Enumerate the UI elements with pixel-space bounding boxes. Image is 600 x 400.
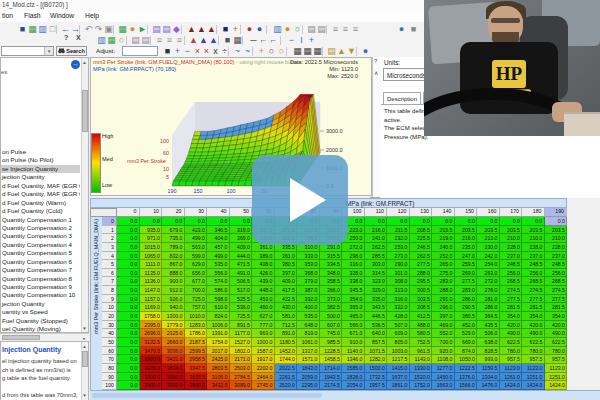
table-cell[interactable]: 1802.0 <box>230 347 253 356</box>
table-cell[interactable]: 0.0 <box>230 217 253 226</box>
table-cell[interactable]: 0.0 <box>207 217 230 226</box>
row-header[interactable]: 60 <box>102 347 117 356</box>
table-cell[interactable]: 298.0 <box>342 252 365 261</box>
table-cell[interactable]: 379.0 <box>297 277 320 286</box>
table-cell[interactable]: 277.5 <box>545 295 568 304</box>
table-cell[interactable]: 556.0 <box>207 269 230 278</box>
table-cell[interactable]: 408.0 <box>252 260 275 269</box>
table-cell[interactable]: 382.5 <box>320 303 343 312</box>
table-cell[interactable]: 669.0 <box>455 338 478 347</box>
table-cell[interactable]: 580.5 <box>410 329 433 338</box>
table-cell[interactable]: 935.0 <box>140 226 163 235</box>
table-cell[interactable]: 457.0 <box>207 243 230 252</box>
table-cell[interactable]: 926.0 <box>162 295 185 304</box>
chevron-down-icon[interactable]: ▾ <box>44 47 53 55</box>
table-cell[interactable]: 460.0 <box>252 303 275 312</box>
table-cell[interactable]: 622.5 <box>500 338 523 347</box>
sidebar-tree-item[interactable]: d Fuel Quantity (Cold) <box>1 207 80 215</box>
table-cell[interactable]: 1732.5 <box>365 373 388 382</box>
table-cell[interactable]: 420.0 <box>500 321 523 330</box>
table-cell[interactable]: 0.0 <box>455 217 478 226</box>
table-cell[interactable]: 1071.5 <box>365 347 388 356</box>
sidebar-tree-item[interactable]: uantity vs Speed <box>1 308 80 316</box>
table-cell[interactable]: 274.5 <box>500 286 523 295</box>
table-cell[interactable]: 0.0 <box>500 217 523 226</box>
table-cell[interactable]: 225.5 <box>410 234 433 243</box>
table-cell[interactable]: 422.5 <box>275 295 298 304</box>
table-cell[interactable]: 412.5 <box>410 312 433 321</box>
table-cell[interactable]: 1861.0 <box>387 381 410 390</box>
search-button[interactable]: Search <box>56 46 87 56</box>
table-cell[interactable]: 920.0 <box>432 347 455 356</box>
table-cell[interactable]: 963.0 <box>252 329 275 338</box>
table-cell[interactable]: 1010.0 <box>185 312 208 321</box>
table-cell[interactable]: 409.0 <box>230 243 253 252</box>
table-cell[interactable]: 780.0 <box>545 347 568 356</box>
table-cell[interactable]: 274.5 <box>545 286 568 295</box>
table-cell[interactable]: 3089.0 <box>230 381 253 390</box>
table-cell[interactable]: 3834.0 <box>162 364 185 373</box>
table-cell[interactable]: 409.0 <box>275 277 298 286</box>
pane-collapse-button[interactable]: ∧ <box>374 69 378 76</box>
table-cell[interactable]: 281.5 <box>522 303 545 312</box>
table-cell[interactable]: 1957.5 <box>365 381 388 390</box>
table-cell[interactable]: 1065.0 <box>140 252 163 261</box>
toolbar-icon[interactable]: + <box>306 35 317 46</box>
table-cell[interactable]: 0.0 <box>117 277 140 286</box>
table-cell[interactable]: 490.0 <box>500 329 523 338</box>
toolbar-icon[interactable]: ⌐ <box>268 35 279 46</box>
table-cell[interactable]: 1585.0 <box>342 364 365 373</box>
table-cell[interactable]: 417.5 <box>275 286 298 295</box>
table-cell[interactable]: 274.5 <box>522 286 545 295</box>
table-cell[interactable]: 290.0 <box>387 260 410 269</box>
column-header[interactable]: 130 <box>410 208 433 217</box>
table-cell[interactable]: 499.0 <box>207 252 230 261</box>
table-cell[interactable]: 269.0 <box>455 269 478 278</box>
table-cell[interactable]: 369.0 <box>230 234 253 243</box>
row-header[interactable]: 4 <box>102 252 117 261</box>
row-header[interactable]: 100 <box>102 381 117 390</box>
table-cell[interactable]: 228.0 <box>522 243 545 252</box>
table-cell[interactable]: 319.0 <box>230 226 253 235</box>
table-cell[interactable]: 1779.0 <box>162 321 185 330</box>
table-cell[interactable]: 295.5 <box>410 277 433 286</box>
table-cell[interactable]: 288.0 <box>432 286 455 295</box>
row-header[interactable]: 40 <box>102 329 117 338</box>
table-cell[interactable]: 430.0 <box>275 303 298 312</box>
table-hscroll-thumb[interactable] <box>92 393 322 398</box>
table-cell[interactable]: 1476.0 <box>477 381 500 390</box>
table-cell[interactable]: 1251.0 <box>522 373 545 382</box>
table-cell[interactable]: 563.0 <box>185 243 208 252</box>
sidebar-tree-item[interactable]: Quantity Compensation 5 <box>1 249 80 257</box>
column-header[interactable]: 180 <box>522 208 545 217</box>
row-header[interactable]: 2 <box>102 234 117 243</box>
table-cell[interactable]: 586.0 <box>207 286 230 295</box>
sidebar-tree-item[interactable]: Quantity Compensation 3 <box>1 232 80 240</box>
table-cell[interactable]: 0.0 <box>117 347 140 356</box>
table-cell[interactable]: 499.0 <box>185 234 208 243</box>
table-cell[interactable]: 0.0 <box>545 217 568 226</box>
table-cell[interactable]: 323.0 <box>365 277 388 286</box>
table-cell[interactable]: 380.5 <box>455 312 478 321</box>
table-cell[interactable]: 1136.0 <box>140 277 163 286</box>
table-cell[interactable]: 1566.0 <box>455 381 478 390</box>
tree-hscroll-thumb[interactable] <box>2 335 40 340</box>
table-cell[interactable]: 283.0 <box>455 286 478 295</box>
table-cell[interactable]: 0.0 <box>117 252 140 261</box>
table-cell[interactable]: 1157.0 <box>140 295 163 304</box>
table-cell[interactable]: 465.0 <box>342 312 365 321</box>
table-cell[interactable]: 0.0 <box>117 303 140 312</box>
table-cell[interactable]: 1452.0 <box>275 347 298 356</box>
sidebar-tree-item[interactable]: d Fuel Quantity (Warm) <box>1 199 80 207</box>
table-cell[interactable]: 912.0 <box>162 286 185 295</box>
table-cell[interactable]: 240.0 <box>432 243 455 252</box>
table-cell[interactable]: 254.0 <box>477 260 500 269</box>
table-cell[interactable]: 439.0 <box>252 277 275 286</box>
table-cell[interactable]: 313.0 <box>387 286 410 295</box>
toolbar-icon[interactable]: ● <box>396 24 407 35</box>
table-cell[interactable]: 268.5 <box>545 277 568 286</box>
table-cell[interactable]: 488.0 <box>410 321 433 330</box>
table-cell[interactable]: 0.0 <box>522 217 545 226</box>
column-header[interactable]: 50 <box>230 208 253 217</box>
column-header[interactable]: 10 <box>140 208 163 217</box>
